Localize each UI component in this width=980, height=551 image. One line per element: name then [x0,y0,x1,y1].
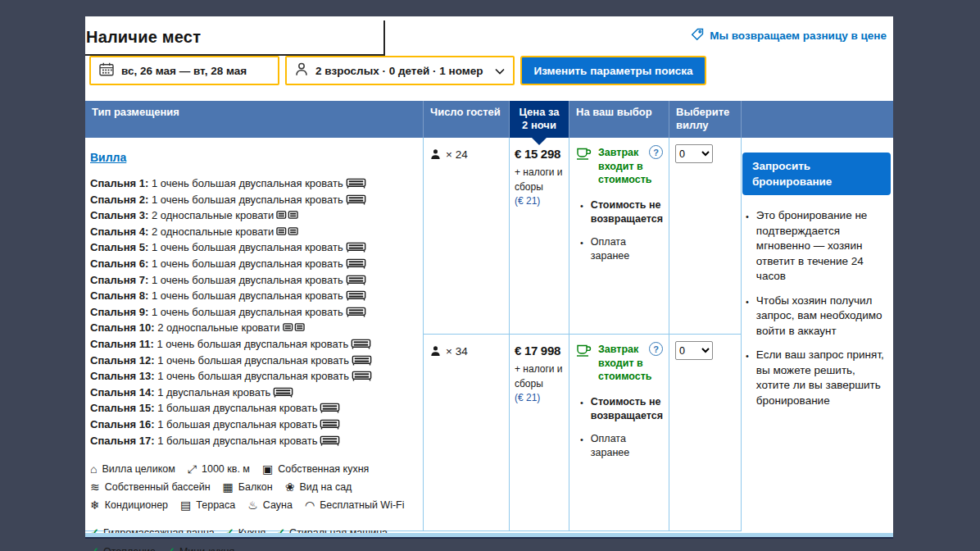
condition-label: Оплата заранее [591,432,664,460]
col-header-spacer [742,101,893,138]
double-bed-icon [346,178,366,193]
double-bed-icon [320,419,340,434]
double-bed-icon [273,387,293,402]
bedroom-line: Спальня 15: 1 большая двуспальная кроват… [90,401,420,417]
amenity-list: ⌂Вилла целиком ⤢1000 кв. м ▣Собственная … [90,463,420,511]
taxes-note: + налоги и сборы [515,166,565,194]
bedroom-line: Спальня 9: 1 очень большая двуспальная к… [90,305,420,321]
bedroom-line: Спальня 4: 2 односпальные кровати [90,225,420,241]
bedroom-line: Спальня 8: 1 очень большая двуспальная к… [90,289,420,305]
air-conditioning-icon: ❄ [90,499,100,511]
twin-beds-icon [276,226,298,241]
amenity-label: 1000 кв. м [202,463,250,475]
bedroom-line: Спальня 14: 1 двуспальная кровать [90,385,420,402]
balcony-icon: ▦ [223,481,234,493]
occupancy-field[interactable]: 2 взрослых · 0 детей · 1 номер [285,56,515,85]
amenity-item: ▤Терраса [180,499,235,511]
room-type-cell: Вилла Спальня 1: 1 очень большая двуспал… [85,138,424,531]
bullet-icon [580,396,583,423]
amenity-item: ♨Сауна [247,499,293,511]
taxes-amount: (€ 21) [515,391,567,406]
coffee-cup-icon [576,146,592,187]
bedroom-line: Спальня 10: 2 односпальные кровати [90,321,420,337]
villa-quantity-select[interactable]: 0 [675,144,713,163]
price-value: € 17 998 [515,344,567,357]
calendar-icon [99,62,114,79]
room-name-link[interactable]: Вилла [90,151,126,164]
taxes-note: + налоги и сборы [515,362,565,391]
feature-list: Гидромассажная ванна Кухня Стиральная ма… [90,526,424,551]
amenity-label: Сауна [263,499,293,511]
double-bed-icon [320,403,340,417]
section-title-box: Наличие мест [85,20,385,56]
col-header-room-type: Тип размещения [85,101,424,138]
private-kitchen-icon: ▣ [262,463,273,475]
double-bed-icon [352,371,372,385]
col-header-price: Цена за 2 ночи [510,101,569,138]
condition-item: Оплата заранее [580,235,664,263]
amenity-item: ◠Бесплатный Wi-Fi [305,499,405,511]
person-icon [430,149,441,162]
breakfast-label: Завтрак входит в стоимость [598,146,655,187]
price-cell: € 17 998 + налоги и сборы (€ 21) [510,335,569,531]
double-bed-icon [346,290,366,305]
garden-view-icon: ❀ [285,481,295,493]
bedroom-line: Спальня 3: 2 односпальные кровати [90,208,420,225]
price-match-link[interactable]: Мы возвращаем разницу в цене [691,28,887,43]
villa-quantity-select[interactable]: 0 [675,341,713,360]
private-pool-icon: ≋ [90,481,100,493]
amenity-item: ⤢1000 кв. м [188,463,250,475]
double-bed-icon [346,307,366,321]
amenity-label: Терраса [196,499,235,511]
request-booking-button[interactable]: Запросить бронирование [742,153,891,195]
condition-list: Стоимость не возвращается Оплата заранее [576,395,664,460]
person-outline-icon [295,62,308,79]
bullet-icon [580,433,583,460]
bullet-icon [746,294,749,339]
page-title: Наличие мест [86,28,201,47]
date-range-value: вс, 26 мая — вт, 28 мая [121,65,247,77]
bedroom-line: Спальня 16: 1 большая двуспальная кроват… [90,417,420,434]
double-bed-icon [346,194,366,209]
bedroom-line: Спальня 12: 1 очень большая двуспальная … [90,353,420,370]
feature-label: Мини-кухня [179,546,234,551]
change-search-button[interactable]: Изменить параметры поиска [520,56,706,85]
condition-item: Стоимость не возвращается [580,198,664,226]
bedroom-line: Спальня 1: 1 очень большая двуспальная к… [90,176,420,193]
amenity-label: Собственный бассейн [105,481,211,493]
condition-item: Стоимость не возвращается [580,395,664,423]
select-cell: 0 [669,138,742,335]
guests-cell: × 34 [424,335,510,531]
footer-strip [85,533,893,539]
double-bed-icon [346,258,366,273]
bullet-icon [746,348,749,408]
entire-villa-icon: ⌂ [90,463,97,475]
note-text: Если ваш запрос принят, вы можете решить… [756,348,890,408]
amenity-label: Бесплатный Wi-Fi [320,499,404,511]
chevron-down-icon [495,65,505,77]
amenity-item: ❄Кондиционер [90,499,168,511]
condition-label: Стоимость не возвращается [591,395,664,423]
condition-item: Оплата заранее [580,432,664,460]
availability-panel: Наличие мест Мы возвращаем разницу в цен… [85,16,893,539]
price-match-label: Мы возвращаем разницу в цене [710,30,887,42]
amenity-item: ▦Балкон [223,481,273,493]
help-icon[interactable]: ? [649,145,663,159]
condition-label: Оплата заранее [591,235,664,263]
double-bed-icon [346,275,366,289]
price-cell: € 15 298 + налоги и сборы (€ 21) [510,138,569,335]
bedroom-line: Спальня 17: 1 большая двуспальная кроват… [90,434,420,450]
help-icon[interactable]: ? [649,342,663,356]
taxes-amount: (€ 21) [515,194,567,209]
condition-label: Стоимость не возвращается [591,198,664,226]
bedroom-line: Спальня 11: 1 очень большая двуспальная … [90,337,420,353]
double-bed-icon [351,339,371,353]
date-range-field[interactable]: вс, 26 мая — вт, 28 мая [89,56,279,85]
search-bar: вс, 26 мая — вт, 28 мая 2 взрослых · 0 д… [89,56,706,85]
double-bed-icon [346,242,366,257]
sauna-icon: ♨ [247,499,258,511]
tag-icon [691,28,704,43]
breakfast-label: Завтрак входит в стоимость [598,343,655,384]
bedroom-line: Спальня 13: 1 очень большая двуспальная … [90,369,420,385]
bullet-icon [746,209,749,285]
